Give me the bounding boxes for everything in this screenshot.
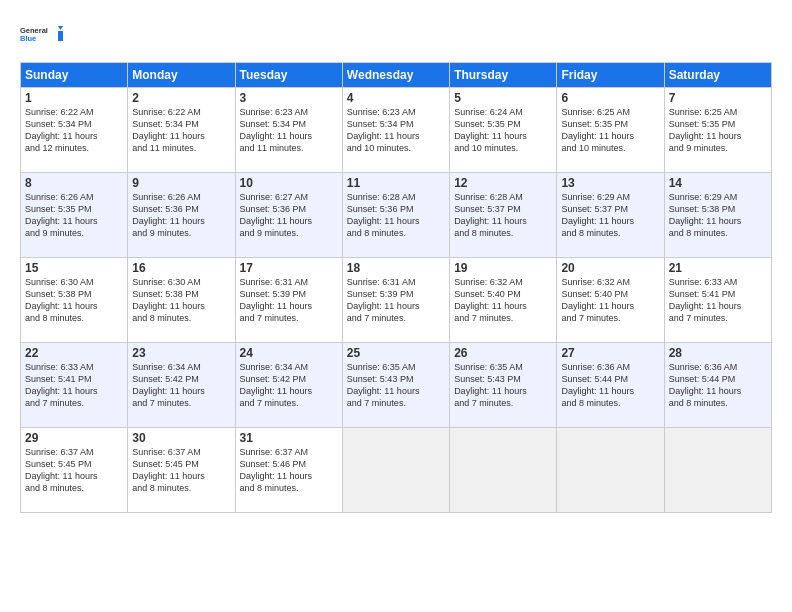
- week-row-1: 1Sunrise: 6:22 AMSunset: 5:34 PMDaylight…: [21, 88, 772, 173]
- svg-rect-3: [58, 31, 63, 41]
- header-friday: Friday: [557, 63, 664, 88]
- calendar-cell-w1-d5: 5Sunrise: 6:24 AMSunset: 5:35 PMDaylight…: [450, 88, 557, 173]
- day-number: 23: [132, 346, 230, 360]
- day-number: 16: [132, 261, 230, 275]
- header-sunday: Sunday: [21, 63, 128, 88]
- day-details: Sunrise: 6:23 AMSunset: 5:34 PMDaylight:…: [347, 106, 445, 155]
- calendar-cell-w5-d4: [342, 428, 449, 513]
- calendar-cell-w1-d6: 6Sunrise: 6:25 AMSunset: 5:35 PMDaylight…: [557, 88, 664, 173]
- day-number: 27: [561, 346, 659, 360]
- day-details: Sunrise: 6:36 AMSunset: 5:44 PMDaylight:…: [669, 361, 767, 410]
- header-wednesday: Wednesday: [342, 63, 449, 88]
- day-details: Sunrise: 6:37 AMSunset: 5:46 PMDaylight:…: [240, 446, 338, 495]
- day-details: Sunrise: 6:22 AMSunset: 5:34 PMDaylight:…: [25, 106, 123, 155]
- day-details: Sunrise: 6:31 AMSunset: 5:39 PMDaylight:…: [240, 276, 338, 325]
- week-row-3: 15Sunrise: 6:30 AMSunset: 5:38 PMDayligh…: [21, 258, 772, 343]
- calendar-cell-w2-d5: 12Sunrise: 6:28 AMSunset: 5:37 PMDayligh…: [450, 173, 557, 258]
- day-number: 14: [669, 176, 767, 190]
- calendar-table: SundayMondayTuesdayWednesdayThursdayFrid…: [20, 62, 772, 513]
- calendar-cell-w3-d5: 19Sunrise: 6:32 AMSunset: 5:40 PMDayligh…: [450, 258, 557, 343]
- day-number: 10: [240, 176, 338, 190]
- calendar-cell-w3-d2: 16Sunrise: 6:30 AMSunset: 5:38 PMDayligh…: [128, 258, 235, 343]
- day-number: 4: [347, 91, 445, 105]
- header-tuesday: Tuesday: [235, 63, 342, 88]
- day-number: 28: [669, 346, 767, 360]
- day-details: Sunrise: 6:35 AMSunset: 5:43 PMDaylight:…: [454, 361, 552, 410]
- day-number: 3: [240, 91, 338, 105]
- calendar-cell-w3-d6: 20Sunrise: 6:32 AMSunset: 5:40 PMDayligh…: [557, 258, 664, 343]
- calendar-cell-w4-d5: 26Sunrise: 6:35 AMSunset: 5:43 PMDayligh…: [450, 343, 557, 428]
- svg-marker-2: [58, 26, 63, 30]
- calendar-cell-w5-d6: [557, 428, 664, 513]
- calendar-cell-w1-d4: 4Sunrise: 6:23 AMSunset: 5:34 PMDaylight…: [342, 88, 449, 173]
- day-details: Sunrise: 6:33 AMSunset: 5:41 PMDaylight:…: [669, 276, 767, 325]
- day-number: 6: [561, 91, 659, 105]
- calendar-cell-w1-d1: 1Sunrise: 6:22 AMSunset: 5:34 PMDaylight…: [21, 88, 128, 173]
- week-row-2: 8Sunrise: 6:26 AMSunset: 5:35 PMDaylight…: [21, 173, 772, 258]
- day-number: 21: [669, 261, 767, 275]
- day-number: 9: [132, 176, 230, 190]
- day-number: 12: [454, 176, 552, 190]
- day-number: 5: [454, 91, 552, 105]
- calendar-cell-w4-d2: 23Sunrise: 6:34 AMSunset: 5:42 PMDayligh…: [128, 343, 235, 428]
- day-details: Sunrise: 6:32 AMSunset: 5:40 PMDaylight:…: [454, 276, 552, 325]
- day-details: Sunrise: 6:28 AMSunset: 5:37 PMDaylight:…: [454, 191, 552, 240]
- day-number: 11: [347, 176, 445, 190]
- day-number: 1: [25, 91, 123, 105]
- calendar-cell-w3-d1: 15Sunrise: 6:30 AMSunset: 5:38 PMDayligh…: [21, 258, 128, 343]
- day-details: Sunrise: 6:35 AMSunset: 5:43 PMDaylight:…: [347, 361, 445, 410]
- day-details: Sunrise: 6:34 AMSunset: 5:42 PMDaylight:…: [132, 361, 230, 410]
- calendar-cell-w4-d3: 24Sunrise: 6:34 AMSunset: 5:42 PMDayligh…: [235, 343, 342, 428]
- day-number: 20: [561, 261, 659, 275]
- day-number: 8: [25, 176, 123, 190]
- day-number: 31: [240, 431, 338, 445]
- day-details: Sunrise: 6:27 AMSunset: 5:36 PMDaylight:…: [240, 191, 338, 240]
- calendar-cell-w2-d4: 11Sunrise: 6:28 AMSunset: 5:36 PMDayligh…: [342, 173, 449, 258]
- day-details: Sunrise: 6:32 AMSunset: 5:40 PMDaylight:…: [561, 276, 659, 325]
- day-number: 2: [132, 91, 230, 105]
- logo-svg: General Blue: [20, 16, 64, 52]
- calendar-cell-w1-d7: 7Sunrise: 6:25 AMSunset: 5:35 PMDaylight…: [664, 88, 771, 173]
- day-details: Sunrise: 6:29 AMSunset: 5:37 PMDaylight:…: [561, 191, 659, 240]
- day-details: Sunrise: 6:25 AMSunset: 5:35 PMDaylight:…: [561, 106, 659, 155]
- day-details: Sunrise: 6:28 AMSunset: 5:36 PMDaylight:…: [347, 191, 445, 240]
- day-details: Sunrise: 6:31 AMSunset: 5:39 PMDaylight:…: [347, 276, 445, 325]
- day-number: 19: [454, 261, 552, 275]
- calendar-cell-w2-d3: 10Sunrise: 6:27 AMSunset: 5:36 PMDayligh…: [235, 173, 342, 258]
- week-row-4: 22Sunrise: 6:33 AMSunset: 5:41 PMDayligh…: [21, 343, 772, 428]
- day-number: 7: [669, 91, 767, 105]
- calendar-cell-w5-d2: 30Sunrise: 6:37 AMSunset: 5:45 PMDayligh…: [128, 428, 235, 513]
- day-details: Sunrise: 6:37 AMSunset: 5:45 PMDaylight:…: [132, 446, 230, 495]
- day-details: Sunrise: 6:30 AMSunset: 5:38 PMDaylight:…: [132, 276, 230, 325]
- day-number: 15: [25, 261, 123, 275]
- day-number: 26: [454, 346, 552, 360]
- calendar-cell-w2-d7: 14Sunrise: 6:29 AMSunset: 5:38 PMDayligh…: [664, 173, 771, 258]
- calendar-cell-w4-d7: 28Sunrise: 6:36 AMSunset: 5:44 PMDayligh…: [664, 343, 771, 428]
- header-saturday: Saturday: [664, 63, 771, 88]
- day-number: 13: [561, 176, 659, 190]
- day-number: 22: [25, 346, 123, 360]
- calendar-cell-w1-d2: 2Sunrise: 6:22 AMSunset: 5:34 PMDaylight…: [128, 88, 235, 173]
- day-details: Sunrise: 6:22 AMSunset: 5:34 PMDaylight:…: [132, 106, 230, 155]
- calendar-cell-w5-d1: 29Sunrise: 6:37 AMSunset: 5:45 PMDayligh…: [21, 428, 128, 513]
- calendar-cell-w3-d7: 21Sunrise: 6:33 AMSunset: 5:41 PMDayligh…: [664, 258, 771, 343]
- day-details: Sunrise: 6:34 AMSunset: 5:42 PMDaylight:…: [240, 361, 338, 410]
- svg-text:Blue: Blue: [20, 34, 36, 43]
- day-number: 29: [25, 431, 123, 445]
- day-number: 30: [132, 431, 230, 445]
- day-details: Sunrise: 6:26 AMSunset: 5:35 PMDaylight:…: [25, 191, 123, 240]
- calendar-cell-w2-d1: 8Sunrise: 6:26 AMSunset: 5:35 PMDaylight…: [21, 173, 128, 258]
- day-number: 18: [347, 261, 445, 275]
- calendar-cell-w4-d1: 22Sunrise: 6:33 AMSunset: 5:41 PMDayligh…: [21, 343, 128, 428]
- calendar-cell-w2-d6: 13Sunrise: 6:29 AMSunset: 5:37 PMDayligh…: [557, 173, 664, 258]
- calendar-cell-w4-d4: 25Sunrise: 6:35 AMSunset: 5:43 PMDayligh…: [342, 343, 449, 428]
- header-monday: Monday: [128, 63, 235, 88]
- calendar-cell-w1-d3: 3Sunrise: 6:23 AMSunset: 5:34 PMDaylight…: [235, 88, 342, 173]
- calendar-cell-w5-d5: [450, 428, 557, 513]
- day-details: Sunrise: 6:23 AMSunset: 5:34 PMDaylight:…: [240, 106, 338, 155]
- day-details: Sunrise: 6:26 AMSunset: 5:36 PMDaylight:…: [132, 191, 230, 240]
- page: General Blue SundayMondayTuesdayWednesda…: [0, 0, 792, 612]
- header-thursday: Thursday: [450, 63, 557, 88]
- day-details: Sunrise: 6:25 AMSunset: 5:35 PMDaylight:…: [669, 106, 767, 155]
- day-number: 24: [240, 346, 338, 360]
